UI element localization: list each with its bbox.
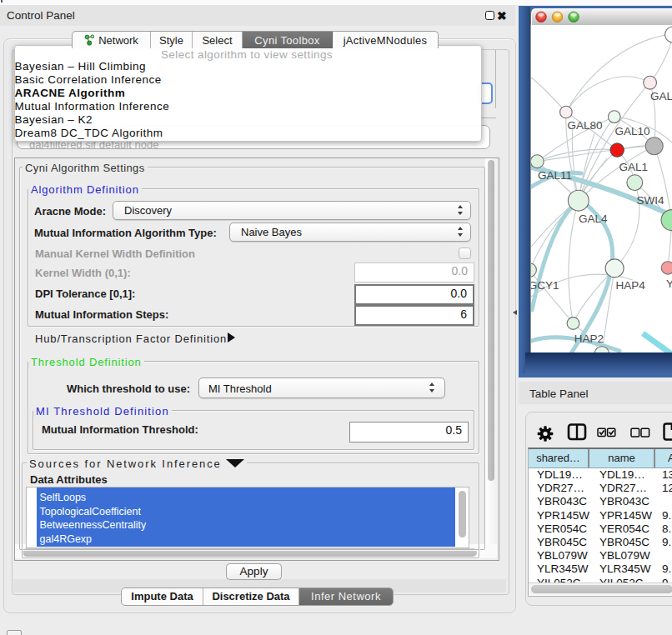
- svg-text:GAL1: GAL1: [619, 161, 648, 173]
- svg-text:GAL10: GAL10: [615, 125, 650, 138]
- svg-text:GAL: GAL: [650, 90, 672, 102]
- svg-text:GAL80: GAL80: [567, 119, 602, 132]
- svg-text:SWI4: SWI4: [636, 194, 664, 207]
- svg-text:GAL11: GAL11: [538, 169, 572, 182]
- svg-text:HAP4: HAP4: [615, 279, 645, 292]
- svg-text:Y: Y: [666, 278, 672, 290]
- svg-text:HAP2: HAP2: [574, 332, 604, 345]
- svg-text:GCY1: GCY1: [531, 279, 559, 292]
- svg-text:GAL4: GAL4: [579, 212, 608, 225]
